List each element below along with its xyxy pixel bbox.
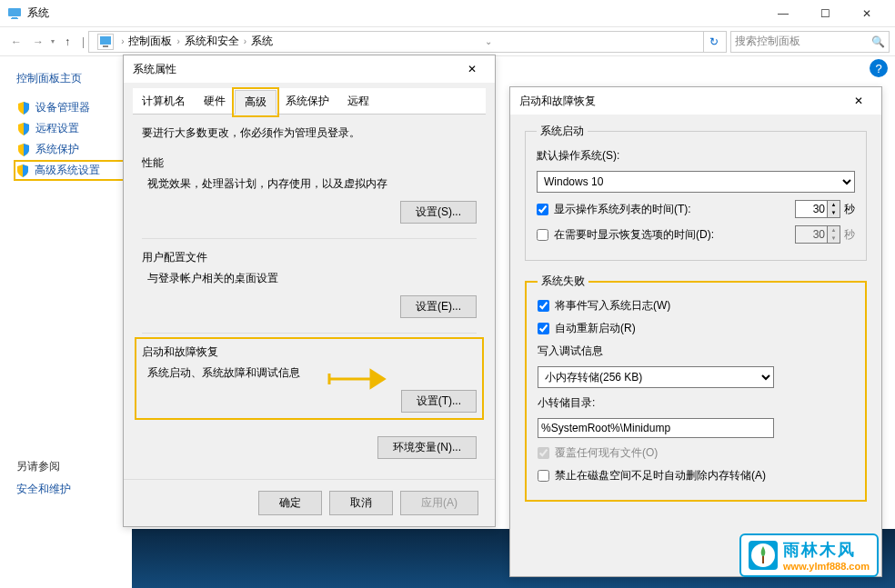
breadcrumb-item[interactable]: 系统和安全 — [182, 34, 242, 49]
see-also-heading: 另请参阅 — [16, 459, 71, 474]
watermark-title: 雨林木风 — [783, 539, 870, 561]
performance-group: 性能 视觉效果，处理器计划，内存使用，以及虚拟内存 设置(S)... — [142, 155, 477, 224]
cancel-button[interactable]: 取消 — [329, 491, 393, 515]
sidebar-item-label: 系统保护 — [35, 142, 79, 157]
environment-variables-button[interactable]: 环境变量(N)... — [377, 436, 477, 459]
sidebar-item-label: 远程设置 — [35, 121, 79, 136]
shield-icon — [15, 164, 30, 178]
recovery-options-checkbox[interactable] — [537, 229, 548, 241]
svg-rect-3 — [100, 36, 111, 45]
window-titlebar: 系统 — ☐ ✕ — [0, 0, 895, 27]
history-dropdown-icon[interactable]: ▾ — [49, 37, 56, 45]
disable-auto-delete-checkbox[interactable] — [538, 470, 549, 482]
search-input[interactable]: 搜索控制面板 🔍 — [730, 31, 890, 53]
security-maintenance-link[interactable]: 安全和维护 — [16, 482, 71, 497]
default-os-select[interactable]: Windows 10 — [537, 171, 855, 193]
separator: | — [78, 35, 88, 48]
window-controls: — ☐ ✕ — [762, 0, 888, 27]
profile-title: 用户配置文件 — [142, 250, 477, 265]
chevron-right-icon: › — [175, 36, 181, 46]
recovery-time-input — [795, 225, 828, 244]
apply-button[interactable]: 应用(A) — [400, 491, 478, 515]
refresh-button[interactable]: ↻ — [703, 32, 723, 52]
dialog-title: 启动和故障恢复 — [519, 94, 596, 109]
tab-system-protection[interactable]: 系统保护 — [277, 90, 338, 114]
sidebar: 控制面板主页 设备管理器 远程设置 系统保护 高级系统设置 另请参阅 安全和维护 — [0, 56, 132, 588]
show-os-list-checkbox[interactable] — [537, 204, 548, 215]
close-button[interactable]: ✕ — [846, 0, 888, 27]
tab-hardware[interactable]: 硬件 — [195, 90, 235, 114]
dialog-title: 系统属性 — [133, 62, 176, 77]
svg-rect-2 — [11, 18, 18, 19]
breadcrumb-bar[interactable]: › 控制面板 › 系统和安全 › 系统 ⌄ ↻ — [88, 31, 727, 53]
up-button[interactable]: ↑ — [56, 31, 78, 53]
breadcrumb-item[interactable]: 控制面板 — [126, 34, 175, 49]
shield-icon — [16, 122, 31, 136]
spinner-down-icon[interactable]: ▼ — [828, 209, 840, 217]
svg-rect-6 — [762, 556, 764, 563]
system-icon — [7, 6, 22, 21]
sidebar-item-label: 设备管理器 — [35, 100, 90, 115]
forward-button[interactable]: → — [27, 31, 49, 53]
disable-auto-delete-label: 禁止在磁盘空间不足时自动删除内存转储(A) — [555, 468, 766, 483]
search-icon[interactable]: 🔍 — [871, 35, 885, 48]
sidebar-item-advanced-settings[interactable]: 高级系统设置 — [14, 160, 125, 181]
tab-advanced[interactable]: 高级 — [235, 90, 277, 115]
sidebar-heading[interactable]: 控制面板主页 — [16, 71, 125, 86]
profile-group: 用户配置文件 与登录帐户相关的桌面设置 设置(E)... — [142, 250, 477, 318]
watermark-url: www.ylmf888.com — [783, 561, 870, 572]
default-os-label: 默认操作系统(S): — [537, 148, 855, 164]
back-button[interactable]: ← — [5, 31, 27, 53]
os-list-time-spinner[interactable]: ▲▼ 秒 — [795, 200, 855, 218]
sidebar-item-system-protection[interactable]: 系统保护 — [16, 139, 125, 160]
auto-restart-label: 自动重新启动(R) — [555, 321, 636, 336]
overwrite-checkbox — [538, 447, 549, 459]
startup-desc: 系统启动、系统故障和调试信息 — [142, 365, 477, 381]
os-list-time-input[interactable] — [795, 200, 828, 218]
control-panel-icon — [97, 34, 114, 50]
shield-icon — [16, 143, 31, 157]
minimize-button[interactable]: — — [762, 0, 804, 27]
spinner-up-icon: ▲ — [828, 226, 840, 234]
svg-rect-0 — [8, 8, 21, 16]
dialog-close-button[interactable]: ✕ — [458, 63, 486, 75]
search-placeholder: 搜索控制面板 — [735, 34, 800, 49]
dialog-close-button[interactable]: ✕ — [845, 95, 872, 107]
time-unit: 秒 — [844, 227, 855, 243]
dump-directory-input[interactable] — [538, 418, 774, 438]
startup-title: 启动和故障恢复 — [142, 344, 477, 360]
annotation-arrow-icon — [327, 367, 391, 391]
spinner-up-icon[interactable]: ▲ — [828, 201, 840, 209]
profile-desc: 与登录帐户相关的桌面设置 — [142, 271, 477, 286]
tab-remote[interactable]: 远程 — [338, 90, 378, 114]
dump-directory-label: 小转储目录: — [538, 395, 854, 411]
sidebar-item-label: 高级系统设置 — [35, 163, 100, 178]
sidebar-item-device-manager[interactable]: 设备管理器 — [16, 97, 125, 118]
write-event-log-label: 将事件写入系统日志(W) — [555, 298, 670, 314]
breadcrumb-item[interactable]: 系统 — [248, 34, 276, 49]
svg-rect-1 — [12, 17, 17, 18]
profile-settings-button[interactable]: 设置(E)... — [400, 295, 477, 318]
chevron-down-icon[interactable]: ⌄ — [483, 36, 496, 46]
help-icon[interactable]: ? — [870, 59, 888, 77]
navigation-bar: ← → ▾ ↑ | › 控制面板 › 系统和安全 › 系统 ⌄ ↻ 搜索控制面板… — [0, 27, 895, 56]
startup-recovery-group: 启动和故障恢复 系统启动、系统故障和调试信息 设置(T)... — [135, 337, 484, 420]
auto-restart-checkbox[interactable] — [538, 323, 549, 334]
dialog-body: 要进行大多数更改，你必须作为管理员登录。 性能 视觉效果，处理器计划，内存使用，… — [124, 113, 495, 472]
window-title: 系统 — [27, 5, 762, 21]
perf-settings-button[interactable]: 设置(S)... — [400, 201, 477, 224]
show-os-list-label: 显示操作系统列表的时间(T): — [554, 202, 795, 217]
tab-computer-name[interactable]: 计算机名 — [133, 90, 195, 114]
dump-type-select[interactable]: 小内存转储(256 KB) — [538, 366, 774, 388]
ok-button[interactable]: 确定 — [258, 491, 322, 515]
startup-recovery-dialog: 启动和故障恢复 ✕ 系统启动 默认操作系统(S): Windows 10 显示操… — [509, 86, 882, 577]
dialog-titlebar: 启动和故障恢复 ✕ — [510, 87, 881, 115]
write-event-log-checkbox[interactable] — [538, 300, 549, 312]
dialog-body: 系统启动 默认操作系统(S): Windows 10 显示操作系统列表的时间(T… — [510, 115, 881, 523]
svg-rect-4 — [103, 45, 108, 47]
recovery-time-spinner: ▲▼ 秒 — [795, 225, 855, 244]
maximize-button[interactable]: ☐ — [804, 0, 846, 27]
startup-settings-button[interactable]: 设置(T)... — [401, 390, 477, 413]
sidebar-item-remote-settings[interactable]: 远程设置 — [16, 118, 125, 139]
recovery-options-label: 在需要时显示恢复选项的时间(D): — [554, 227, 795, 243]
